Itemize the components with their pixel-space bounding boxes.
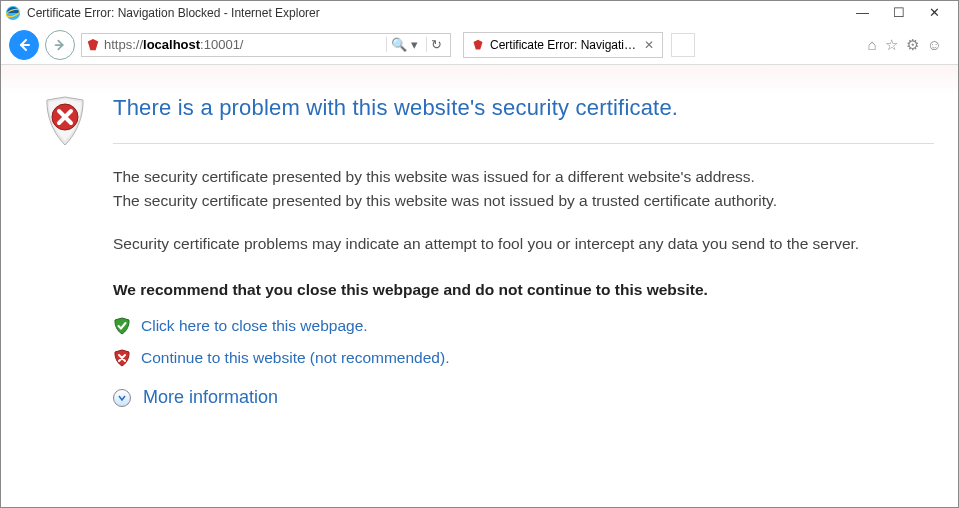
continue-anyway-link[interactable]: Continue to this website (not recommende… [141,349,449,367]
minimize-button[interactable]: — [856,5,869,21]
cert-recommendation: We recommend that you close this webpage… [113,281,934,299]
home-icon[interactable]: ⌂ [868,36,877,53]
red-x-shield-icon [113,349,131,367]
feedback-smiley-icon[interactable]: ☺ [927,36,942,53]
divider [113,143,934,144]
security-shield-error-icon [41,95,89,149]
refresh-button[interactable]: ↻ [426,37,446,52]
new-tab-button[interactable] [671,33,695,57]
continue-row: Continue to this website (not recommende… [113,349,934,367]
cert-error-headline: There is a problem with this website's s… [113,95,934,121]
address-bar[interactable]: https://localhost:10001/ 🔍 ▾ ↻ [81,33,451,57]
chevron-down-icon [117,393,127,403]
close-page-row: Click here to close this webpage. [113,317,934,335]
search-dropdown-button[interactable]: 🔍 ▾ [386,37,422,52]
arrow-right-icon [53,38,67,52]
cert-detail-line: The security certificate presented by th… [113,166,934,188]
ie-logo-icon [5,5,21,21]
more-information-link[interactable]: More information [143,387,278,408]
tab-close-button[interactable]: ✕ [644,38,654,52]
maximize-button[interactable]: ☐ [893,5,905,21]
browser-tab[interactable]: Certificate Error: Navigation... ✕ [463,32,663,58]
close-webpage-link[interactable]: Click here to close this webpage. [141,317,368,335]
tab-favicon-icon [472,39,484,51]
cert-detail-line: Security certificate problems may indica… [113,233,934,255]
back-button[interactable] [9,30,39,60]
site-favicon-icon [86,38,100,52]
tools-gear-icon[interactable]: ⚙ [906,36,919,54]
page-content: There is a problem with this website's s… [1,65,958,507]
url-text: https://localhost:10001/ [104,37,382,52]
expand-toggle-button[interactable] [113,389,131,407]
more-info-row: More information [113,387,934,408]
forward-button[interactable] [45,30,75,60]
cert-detail-line: The security certificate presented by th… [113,190,934,212]
favorites-icon[interactable]: ☆ [885,36,898,54]
close-window-button[interactable]: ✕ [929,5,940,21]
title-bar: Certificate Error: Navigation Blocked - … [1,1,958,25]
nav-bar: https://localhost:10001/ 🔍 ▾ ↻ Certifica… [1,25,958,65]
window-title: Certificate Error: Navigation Blocked - … [27,6,856,20]
window-controls: — ☐ ✕ [856,5,954,21]
green-check-shield-icon [113,317,131,335]
tab-label: Certificate Error: Navigation... [490,38,638,52]
toolbar-right: ⌂ ☆ ⚙ ☺ [868,36,950,54]
arrow-left-icon [16,37,32,53]
